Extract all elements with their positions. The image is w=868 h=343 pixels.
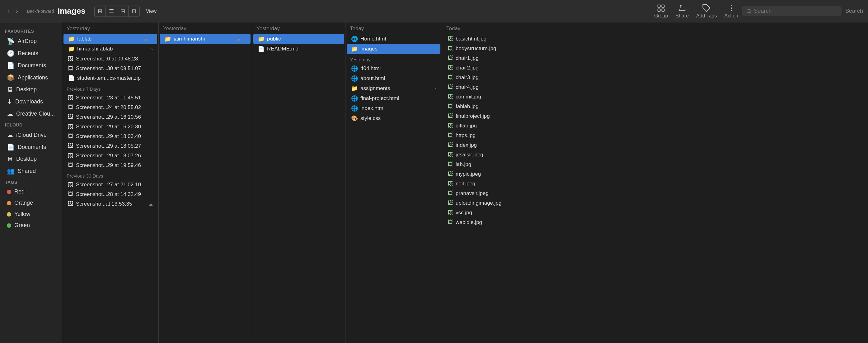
downloads-icon: ⬇ [7, 98, 12, 105]
file-screenshot-29-1805[interactable]: 🖼 Screenshot...29 at 18.05.27 [63, 141, 157, 151]
file-chair4-jpg[interactable]: 🖼 chair4.jpg [443, 82, 867, 92]
view-action: View [146, 8, 157, 14]
file-assignments[interactable]: 📁 assignments › [347, 84, 440, 93]
file-uploadingimage-jpg[interactable]: 🖼 uploadingimage.jpg [443, 198, 867, 208]
file-screenshot-23-1145[interactable]: 🖼 Screenshot...23 at 11.45.51 [63, 93, 157, 103]
file-about-html[interactable]: 🌐 about.html [347, 74, 440, 84]
file-final-project-html[interactable]: 🌐 final-project.html [347, 93, 440, 104]
file-fablab-jpg[interactable]: 🖼 fablab.jpg [443, 102, 867, 111]
file-screenshot-0-0948[interactable]: 🖼 Screenshot...0 at 09.48.28 [63, 54, 157, 63]
sidebar-item-green[interactable]: Green [2, 220, 60, 231]
sidebar-item-red[interactable]: Red [2, 186, 60, 197]
sidebar-item-icloud-drive[interactable]: ☁ iCloud Drive [2, 129, 60, 141]
file-screenshot-29-1959[interactable]: 🖼 Screenshot...29 at 19.59.46 [63, 161, 157, 170]
sidebar-item-recents[interactable]: 🕐 Recents [2, 47, 60, 59]
file-style-css[interactable]: 🎨 style.css [347, 113, 440, 123]
airdrop-icon: 📡 [7, 37, 14, 45]
file-name: https.jpg [456, 133, 862, 139]
sidebar-item-airdrop[interactable]: 📡 AirDrop [2, 35, 60, 47]
sidebar-item-creative-cloud[interactable]: ☁ Creative Clou... [2, 108, 60, 120]
file-bodystructure-jpg[interactable]: 🖼 bodystructure.jpg [443, 44, 867, 53]
file-screenshot-29-1803[interactable]: 🖼 Screenshot...29 at 18.03.40 [63, 132, 157, 141]
file-lab-jpg[interactable]: 🖼 lab.jpg [443, 160, 867, 169]
action-action[interactable]: Action [724, 4, 738, 19]
sidebar-item-applications[interactable]: 📦 Applications [2, 72, 60, 84]
sidebar-item-icloud-desktop[interactable]: 🖥 Desktop [2, 153, 60, 165]
file-gitlab-jpg[interactable]: 🖼 gitlab.jpg [443, 121, 867, 131]
file-screenshot-29-1610[interactable]: 🖼 Screenshot...29 at 16.10.56 [63, 112, 157, 122]
file-vsc-jpg[interactable]: 🖼 vsc.jpg [443, 208, 867, 218]
file-neil-jpeg[interactable]: 🖼 neil.jpeg [443, 179, 867, 189]
file-fablab[interactable]: 📁 fablab ☁ › [63, 34, 157, 44]
yellow-dot [7, 212, 11, 217]
folder-icon: 📁 [164, 35, 171, 42]
view-buttons: ⊞ ☰ ⊟ ⊡ [94, 6, 140, 17]
list-view-button[interactable]: ☰ [106, 6, 117, 17]
sidebar-item-desktop[interactable]: 🖥 Desktop [2, 84, 60, 95]
file-chair3-jpg[interactable]: 🖼 chair3.jpg [443, 73, 867, 82]
file-basichtml-jpg[interactable]: 🖼 basichtml.jpg [443, 34, 867, 44]
file-name: chair3.jpg [456, 75, 862, 81]
share-action[interactable]: Share [675, 4, 689, 19]
file-screenshot-29-1620[interactable]: 🖼 Screenshot...29 at 16.20.30 [63, 122, 157, 132]
green-dot [7, 223, 11, 228]
sidebar-item-yellow[interactable]: Yellow [2, 209, 60, 220]
share-label: Share [675, 13, 689, 19]
file-pranavsir-jpeg[interactable]: 🖼 pranavsir.jpeg [443, 189, 867, 198]
screenshot-icon: 🖼 [68, 133, 73, 140]
arrow-icon: › [245, 36, 246, 41]
file-commit-jpg[interactable]: 🖼 commit.jpg [443, 92, 867, 102]
search-box[interactable] [742, 6, 841, 16]
col4-header: Today [345, 23, 442, 34]
file-chair1-jpg[interactable]: 🖼 chair1.jpg [443, 53, 867, 63]
column-view-button[interactable]: ⊟ [117, 6, 128, 17]
file-screenshot-24-2055[interactable]: 🖼 Screenshot...24 at 20.55.02 [63, 103, 157, 112]
gallery-view-button[interactable]: ⊡ [128, 6, 140, 17]
forward-button[interactable]: › [13, 6, 21, 17]
add-tags-action[interactable]: Add Tags [696, 4, 717, 19]
svg-rect-0 [658, 5, 660, 7]
sidebar-item-orange[interactable]: Orange [2, 198, 60, 208]
file-screenshot-30-0951[interactable]: 🖼 Screenshot...30 at 09.51.07 [63, 63, 157, 73]
file-mypic-jpeg[interactable]: 🖼 mypic.jpeg [443, 169, 867, 179]
file-readme[interactable]: 📄 README.md [253, 44, 344, 54]
icon-view-button[interactable]: ⊞ [95, 6, 106, 17]
back-button[interactable]: ‹ [5, 6, 12, 17]
file-https-jpg[interactable]: 🖼 https.jpg [443, 131, 867, 140]
screenshot-icon: 🖼 [68, 181, 73, 188]
file-screenshot-27-2102[interactable]: 🖼 Screenshot...27 at 21.02.10 [63, 180, 157, 190]
sidebar-item-icloud-documents[interactable]: 📄 Documents [2, 141, 60, 153]
col1-content: 📁 fablab ☁ › 📁 himanshifablab › 🖼 Screen… [62, 34, 158, 343]
file-index-jpg[interactable]: 🖼 index.jpg [443, 140, 867, 150]
file-chair2-jpg[interactable]: 🖼 chair2.jpg [443, 63, 867, 73]
css-icon: 🎨 [351, 115, 358, 122]
arrow-icon: › [151, 47, 153, 51]
file-name: chair1.jpg [456, 55, 862, 61]
file-name: Screenshot...29 at 18.07.26 [76, 153, 153, 159]
file-index-html[interactable]: 🌐 index.html [347, 104, 440, 113]
icloud-documents-icon: 📄 [7, 143, 14, 151]
file-jesalsir-jpeg[interactable]: 🖼 jesalsir.jpeg [443, 150, 867, 160]
file-himanshifablab[interactable]: 📁 himanshifablab › [63, 44, 157, 54]
file-screenshot-1353[interactable]: 🖼 Screensho...at 13.53.35 ☁ [63, 199, 157, 209]
file-name: style.css [361, 115, 436, 121]
column-1: Yesterday 📁 fablab ☁ › 📁 himanshifablab … [62, 23, 159, 343]
sidebar-item-shared[interactable]: 👥 Shared [2, 165, 60, 177]
sidebar-item-downloads[interactable]: ⬇ Downloads [2, 96, 60, 108]
file-finalproject-jpg[interactable]: 🖼 finalproject.jpg [443, 111, 867, 121]
file-404-html[interactable]: 🌐 404.html [347, 63, 440, 74]
file-webidle-jpg[interactable]: 🖼 webidle.jpg [443, 218, 867, 227]
file-home-html[interactable]: 🌐 Home.html [347, 34, 440, 44]
col5-header: Today [442, 23, 868, 34]
sidebar-item-documents[interactable]: 📄 Documents [2, 59, 60, 72]
jpg-icon: 🖼 [447, 55, 453, 61]
file-images-folder[interactable]: 📁 images › [347, 44, 440, 54]
group-action[interactable]: Group [654, 4, 668, 19]
screenshot-icon: 🖼 [68, 191, 73, 198]
file-screenshot-28-1432[interactable]: 🖼 Screenshot...28 at 14.32.49 [63, 190, 157, 199]
file-public[interactable]: 📁 public › [253, 34, 344, 44]
file-screenshot-29-1807[interactable]: 🖼 Screenshot...29 at 18.07.26 [63, 151, 157, 161]
file-student-zip[interactable]: 📄 student-tem...cs-master.zip [63, 73, 157, 83]
search-input[interactable] [754, 8, 837, 14]
file-jain-himanshi[interactable]: 📁 jain-himanshi ☁ › [160, 34, 251, 44]
